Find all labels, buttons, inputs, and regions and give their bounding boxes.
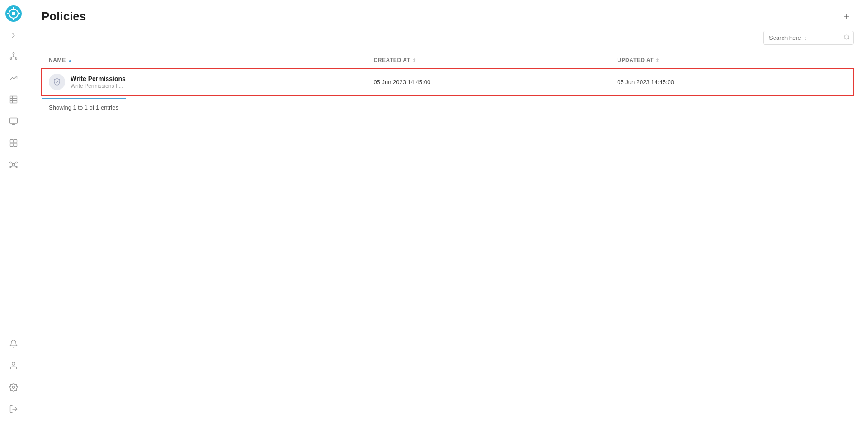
svg-line-31 <box>11 166 13 167</box>
policy-name: Write Permissions <box>71 75 126 82</box>
svg-line-29 <box>11 163 13 164</box>
svg-point-33 <box>12 362 15 366</box>
svg-point-27 <box>9 166 11 167</box>
search-icon-button[interactable] <box>844 34 850 42</box>
sidebar-toggle[interactable] <box>9 31 18 40</box>
page-header: Policies + <box>27 0 868 31</box>
col-header-created[interactable]: CREATED AT ⬍ <box>366 52 610 68</box>
svg-point-36 <box>844 35 849 39</box>
page-title: Policies <box>42 10 86 24</box>
svg-rect-22 <box>10 143 13 147</box>
sidebar-item-table[interactable] <box>5 91 23 109</box>
table-header: NAME ▲ CREATED AT ⬍ UPDA <box>42 52 854 68</box>
name-sort-arrow: ▲ <box>68 58 73 63</box>
svg-point-7 <box>13 53 14 54</box>
policy-name-info: Write Permissions Write Permissions f ..… <box>71 75 126 89</box>
sidebar-nav <box>5 47 23 335</box>
svg-rect-17 <box>9 118 17 124</box>
search-wrapper <box>763 31 854 45</box>
updated-sort: UPDATED AT ⬍ <box>617 57 660 63</box>
col-header-name[interactable]: NAME ▲ <box>42 52 366 68</box>
name-sort: NAME ▲ <box>49 57 72 63</box>
created-sort-arrow: ⬍ <box>412 58 416 63</box>
sidebar-item-profile[interactable] <box>5 357 23 375</box>
table-row[interactable]: Write Permissions Write Permissions f ..… <box>42 68 854 96</box>
sidebar <box>0 0 27 429</box>
table-body: Write Permissions Write Permissions f ..… <box>42 68 854 96</box>
policy-name-cell: Write Permissions Write Permissions f ..… <box>42 68 366 96</box>
policy-icon <box>49 74 65 90</box>
sidebar-item-monitor[interactable] <box>5 112 23 130</box>
showing-entries: Showing 1 to 1 of 1 entries <box>42 98 126 116</box>
sidebar-item-logout[interactable] <box>5 400 23 418</box>
svg-line-11 <box>11 56 14 58</box>
policy-description: Write Permissions f ... <box>71 83 123 89</box>
svg-point-34 <box>12 386 14 389</box>
svg-line-39 <box>57 81 59 83</box>
created-sort: CREATED AT ⬍ <box>373 57 416 63</box>
policies-table: NAME ▲ CREATED AT ⬍ UPDA <box>42 52 854 96</box>
svg-point-9 <box>15 58 17 59</box>
svg-line-37 <box>848 38 849 40</box>
sidebar-item-metrics[interactable] <box>5 69 23 87</box>
svg-line-38 <box>56 82 57 83</box>
sidebar-bottom <box>5 335 23 424</box>
svg-rect-20 <box>10 140 13 143</box>
sidebar-item-network[interactable] <box>5 156 23 174</box>
search-bar-row <box>27 31 868 52</box>
policy-updated-at: 05 Jun 2023 14:45:00 <box>610 68 854 96</box>
col-header-updated[interactable]: UPDATED AT ⬍ <box>610 52 854 68</box>
table-container: NAME ▲ CREATED AT ⬍ UPDA <box>27 52 868 429</box>
svg-point-8 <box>10 58 11 59</box>
search-input[interactable] <box>763 31 854 45</box>
add-policy-button[interactable]: + <box>839 9 854 24</box>
svg-line-32 <box>14 166 15 167</box>
svg-rect-21 <box>14 140 17 143</box>
main-content: Policies + NAME <box>27 0 868 429</box>
svg-line-30 <box>14 163 15 164</box>
sidebar-item-hub[interactable] <box>5 47 23 65</box>
svg-rect-13 <box>10 96 17 103</box>
sidebar-item-settings[interactable] <box>5 378 23 396</box>
svg-point-25 <box>9 162 11 163</box>
svg-rect-23 <box>14 143 17 147</box>
svg-point-26 <box>16 162 17 163</box>
sidebar-item-components[interactable] <box>5 134 23 152</box>
app-logo <box>5 5 22 22</box>
svg-line-12 <box>14 56 16 58</box>
updated-sort-arrow: ⬍ <box>656 58 660 63</box>
svg-point-2 <box>12 12 15 15</box>
svg-point-28 <box>16 166 17 167</box>
policy-created-at: 05 Jun 2023 14:45:00 <box>366 68 610 96</box>
sidebar-item-notifications[interactable] <box>5 335 23 353</box>
